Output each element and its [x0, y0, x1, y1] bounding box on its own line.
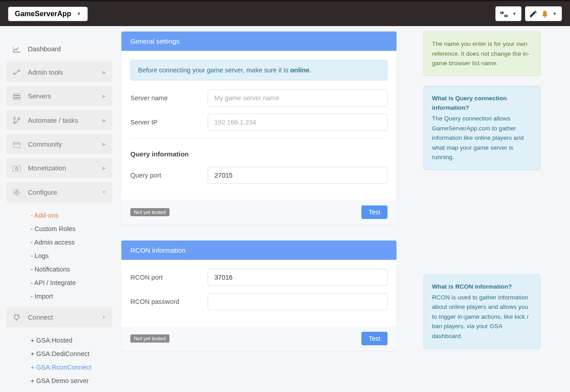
svg-rect-6 [13, 98, 20, 100]
gear-icon [13, 188, 21, 196]
topbar: GameServerApp ▼ A文 ▼ ▼ [0, 0, 570, 26]
sidebar-sub-notifications[interactable]: - Notifications [6, 263, 112, 276]
tools-icon [13, 68, 21, 76]
server-icon [13, 92, 21, 100]
sidebar-dashboard-label: Dashboard [28, 45, 61, 53]
wand-icon [530, 9, 537, 18]
rcon-info-title: What is RCON information? [432, 282, 532, 292]
configure-submenu: - Add-ons - Custom Roles - Admin access … [6, 206, 112, 307]
rcon-info-box: What is RCON information? RCON is used t… [423, 274, 540, 349]
notifications-dropdown[interactable]: ▼ [525, 6, 562, 21]
rcon-card: RCON information RCON port RCON password… [121, 241, 396, 351]
branch-icon [13, 116, 21, 124]
query-section-title: Query information [130, 150, 387, 158]
window-icon [13, 140, 21, 148]
sidebar-sub-dediconnect[interactable]: + GSA:DediConnect [6, 347, 112, 361]
server-ip-input[interactable] [208, 114, 387, 131]
sidebar-label: Configure [28, 188, 57, 196]
money-icon [13, 164, 21, 172]
svg-rect-4 [13, 94, 20, 95]
sidebar-sub-import[interactable]: - Import [6, 290, 112, 303]
server-name-input[interactable] [208, 89, 387, 107]
svg-point-8 [13, 122, 15, 124]
test-rcon-button[interactable]: Test [361, 332, 387, 345]
sidebar-configure[interactable]: Configure ▼ [6, 182, 112, 202]
sidebar-monetization[interactable]: Monetization ▶ [6, 158, 112, 178]
sidebar-sub-hosted[interactable]: + GSA:Hosted [6, 334, 112, 347]
query-status-badge: Not yet tested [130, 208, 169, 216]
sidebar-automate[interactable]: Automate / tasks ▶ [6, 110, 112, 130]
sidebar-label: Monetization [28, 164, 66, 172]
brand-dropdown[interactable]: GameServerApp ▼ [8, 7, 88, 21]
sidebar-label: Automate / tasks [28, 116, 78, 124]
svg-point-7 [13, 117, 15, 119]
chevron-right-icon: ▶ [102, 94, 106, 98]
sidebar-label: Servers [28, 92, 51, 100]
query-port-input[interactable] [208, 167, 387, 184]
sidebar-label: Connect [28, 313, 53, 321]
name-note-box: The name you enter is for your own refer… [423, 31, 540, 76]
rcon-password-input[interactable] [208, 293, 387, 310]
chevron-right-icon: ▶ [102, 118, 106, 123]
server-name-label: Server name [130, 94, 208, 102]
sidebar-dashboard[interactable]: Dashboard [6, 40, 112, 58]
sidebar-admin-tools[interactable]: Admin tools ▶ [6, 62, 112, 82]
alert-prefix: Before connecting your game server, make… [138, 67, 290, 74]
sidebar-connect[interactable]: Connect ▼ [6, 307, 112, 327]
online-alert: Before connecting your game server, make… [130, 60, 387, 80]
chevron-right-icon: ▶ [102, 70, 106, 75]
sidebar-sub-rconconnect[interactable]: + GSA:RconConnect [6, 361, 112, 374]
alert-suffix: . [309, 67, 311, 74]
general-settings-header: General settings [121, 31, 396, 51]
info-column: The name you enter is for your own refer… [423, 31, 540, 391]
caret-down-icon: ▼ [512, 11, 517, 16]
rcon-password-label: RCON password [130, 298, 208, 305]
sidebar-label: Admin tools [28, 68, 63, 76]
sidebar: Dashboard Admin tools ▶ Servers ▶ Automa… [6, 31, 112, 391]
chevron-down-icon: ▼ [102, 190, 106, 195]
test-query-button[interactable]: Test [361, 205, 387, 219]
sidebar-label: Community [28, 140, 62, 148]
sidebar-sub-addons[interactable]: - Add-ons [6, 209, 112, 222]
sidebar-sub-logs[interactable]: - Logs [6, 249, 112, 263]
main-content: General settings Before connecting your … [121, 31, 396, 391]
sidebar-sub-demo[interactable]: + GSA Demo server [6, 374, 112, 388]
rcon-status-badge: Not yet tested [130, 334, 169, 343]
rcon-header: RCON information [121, 241, 396, 260]
caret-down-icon: ▼ [76, 11, 81, 16]
general-settings-card: General settings Before connecting your … [121, 31, 396, 224]
svg-rect-10 [13, 142, 20, 148]
rcon-port-label: RCON port [130, 274, 208, 281]
plug-icon [13, 313, 21, 321]
sidebar-servers[interactable]: Servers ▶ [6, 86, 112, 106]
caret-down-icon: ▼ [552, 11, 557, 16]
svg-rect-5 [13, 96, 20, 98]
sidebar-community[interactable]: Community ▶ [6, 134, 112, 154]
svg-text:文: 文 [504, 15, 507, 17]
alert-online-word: online [290, 67, 310, 74]
query-info-body: The Query connection allows GameServerAp… [432, 115, 524, 160]
chevron-right-icon: ▶ [102, 165, 106, 170]
svg-rect-12 [13, 166, 21, 171]
sidebar-sub-api[interactable]: - API / Integrate [6, 276, 112, 290]
rcon-port-input[interactable] [208, 269, 387, 286]
language-dropdown[interactable]: A文 ▼ [495, 6, 521, 21]
topbar-right: A文 ▼ ▼ [495, 6, 562, 21]
brand-label: GameServerApp [15, 10, 71, 18]
query-port-label: Query port [130, 172, 208, 179]
sidebar-sub-custom-roles[interactable]: - Custom Roles [6, 222, 112, 236]
bell-icon [542, 9, 548, 18]
chart-icon [13, 45, 21, 53]
rcon-info-body: RCON is used to gather information about… [432, 294, 529, 339]
svg-point-13 [16, 168, 18, 170]
divider [130, 138, 387, 138]
language-icon: A文 [500, 10, 508, 17]
query-info-title: What is Query connection information? [432, 94, 532, 113]
chevron-right-icon: ▶ [102, 142, 106, 147]
connect-submenu: + GSA:Hosted + GSA:DediConnect + GSA:Rco… [6, 331, 112, 391]
sidebar-sub-admin-access[interactable]: - Admin access [6, 236, 112, 249]
server-ip-label: Server IP [130, 119, 208, 126]
name-note-text: The name you enter is for your own refer… [432, 40, 530, 67]
svg-point-14 [16, 192, 18, 194]
query-info-box: What is Query connection information? Th… [423, 86, 540, 170]
